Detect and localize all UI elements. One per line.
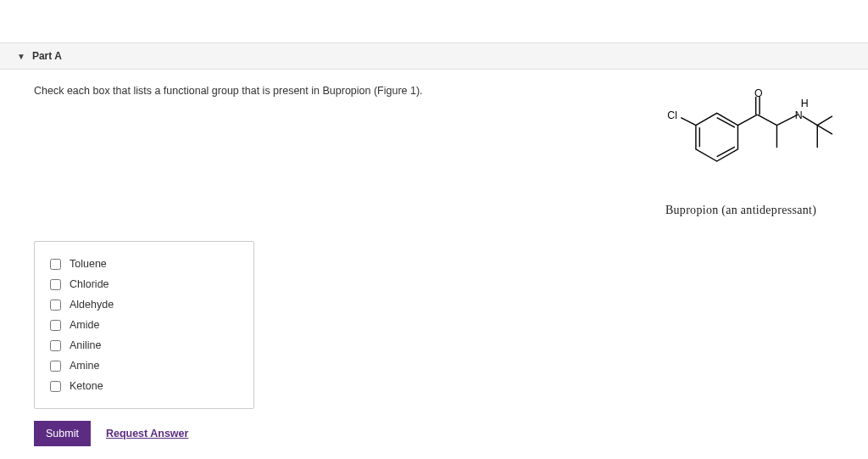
button-row: Submit Request Answer <box>34 421 834 446</box>
caret-down-icon: ▼ <box>17 52 25 61</box>
checkbox-aldehyde[interactable] <box>50 299 61 311</box>
option-ketone[interactable]: Ketone <box>50 376 238 396</box>
option-label: Amine <box>70 360 99 372</box>
option-aldehyde[interactable]: Aldehyde <box>50 294 238 315</box>
options-box: Toluene Chloride Aldehyde Amide Aniline … <box>34 241 254 409</box>
figure-column: Cl O N H Bupropion (an antidepressant) <box>639 87 843 217</box>
checkbox-amine[interactable] <box>50 361 61 372</box>
svg-line-11 <box>803 116 818 126</box>
option-label: Aniline <box>70 339 102 351</box>
option-chloride[interactable]: Chloride <box>50 274 238 294</box>
checkbox-aniline[interactable] <box>50 340 61 351</box>
option-label: Ketone <box>70 380 103 392</box>
part-title: Part A <box>32 50 62 62</box>
checkbox-ketone[interactable] <box>50 381 61 392</box>
svg-marker-0 <box>696 113 738 161</box>
option-label: Aldehyde <box>70 299 114 311</box>
request-answer-link[interactable]: Request Answer <box>106 428 188 439</box>
option-amide[interactable]: Amide <box>50 315 238 335</box>
option-amine[interactable]: Amine <box>50 355 238 376</box>
label-n: N <box>795 109 803 121</box>
option-label: Amide <box>70 319 99 331</box>
content-area: Check each box that lists a functional g… <box>0 70 868 459</box>
svg-line-13 <box>817 126 832 135</box>
option-toluene[interactable]: Toluene <box>50 254 238 274</box>
checkbox-chloride[interactable] <box>50 279 61 290</box>
label-h: H <box>801 98 809 109</box>
bupropion-structure-icon: Cl O N H <box>643 87 838 197</box>
svg-line-12 <box>817 116 832 126</box>
svg-line-5 <box>737 115 757 125</box>
figure-caption: Bupropion (an antidepressant) <box>639 204 843 217</box>
label-cl: Cl <box>667 109 677 121</box>
label-o: O <box>754 87 763 99</box>
submit-button[interactable]: Submit <box>34 421 91 446</box>
part-header[interactable]: ▼ Part A <box>0 42 868 70</box>
checkbox-toluene[interactable] <box>50 259 61 270</box>
svg-line-4 <box>681 118 696 126</box>
option-aniline[interactable]: Aniline <box>50 335 238 355</box>
checkbox-amide[interactable] <box>50 320 61 331</box>
svg-line-8 <box>757 115 776 125</box>
option-label: Chloride <box>70 278 109 290</box>
option-label: Toluene <box>70 258 107 270</box>
